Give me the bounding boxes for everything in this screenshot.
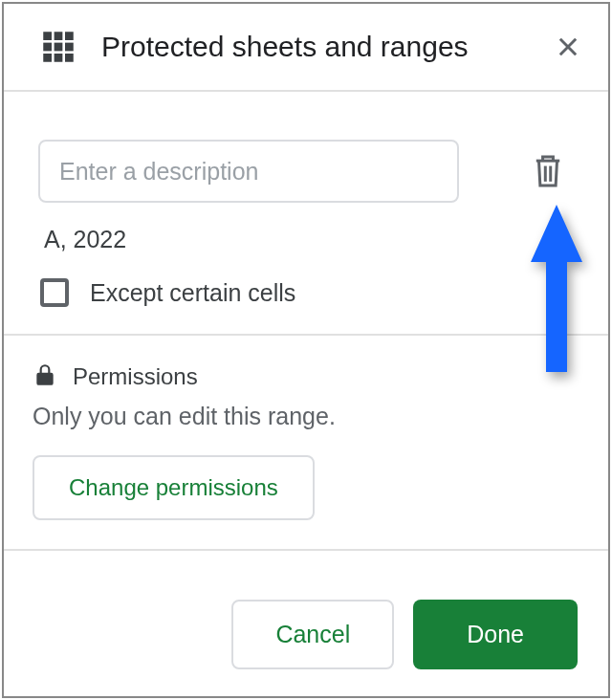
done-button[interactable]: Done — [413, 600, 578, 669]
cancel-button[interactable]: Cancel — [231, 600, 394, 669]
svg-rect-3 — [65, 32, 74, 40]
range-label: A, 2022 — [44, 226, 574, 253]
panel-footer: Cancel Done — [4, 573, 608, 696]
delete-button[interactable] — [532, 153, 564, 189]
except-cells-row: Except certain cells — [40, 278, 574, 307]
lock-icon — [33, 361, 57, 393]
description-row — [38, 140, 574, 203]
permissions-header: Permissions — [33, 361, 574, 393]
panel-title: Protected sheets and ranges — [101, 31, 532, 63]
range-section: A, 2022 Except certain cells — [4, 113, 608, 336]
svg-rect-2 — [55, 32, 63, 40]
svg-rect-5 — [55, 43, 63, 52]
svg-rect-8 — [55, 54, 63, 62]
change-permissions-button[interactable]: Change permissions — [33, 455, 315, 520]
sheets-icon — [38, 27, 78, 67]
except-cells-label: Except certain cells — [90, 279, 295, 307]
permissions-section: Permissions Only you can edit this range… — [4, 336, 608, 551]
svg-rect-7 — [43, 54, 52, 62]
permissions-description: Only you can edit this range. — [33, 403, 574, 430]
svg-rect-4 — [43, 43, 52, 52]
svg-rect-9 — [65, 54, 74, 62]
permissions-title: Permissions — [73, 363, 198, 390]
svg-rect-1 — [43, 32, 52, 40]
svg-rect-6 — [65, 43, 74, 52]
protected-ranges-panel: Protected sheets and ranges A, 2022 — [2, 2, 610, 698]
panel-header: Protected sheets and ranges — [4, 4, 608, 92]
close-button[interactable] — [555, 33, 581, 60]
description-input[interactable] — [38, 140, 459, 203]
except-cells-checkbox[interactable] — [40, 278, 69, 307]
